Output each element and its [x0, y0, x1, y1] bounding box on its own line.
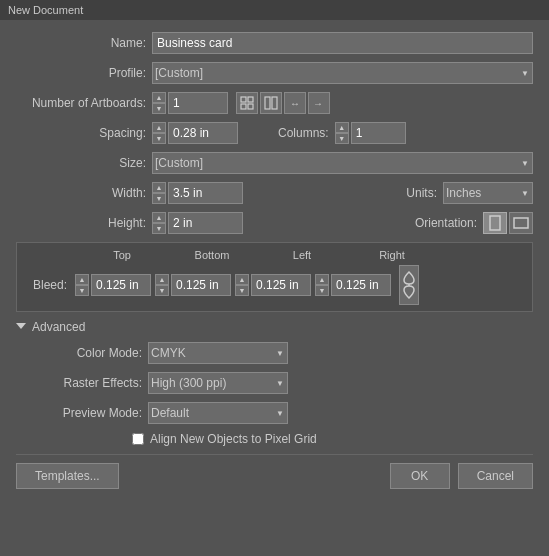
size-row: Size: [Custom]LetterLegalTabloidA4A3Busi… [16, 152, 533, 174]
align-checkbox-label: Align New Objects to Pixel Grid [150, 432, 317, 446]
bleed-top-arrows: ▲ ▼ [75, 274, 89, 296]
footer-right-buttons: OK Cancel [390, 463, 533, 489]
bleed-left-input[interactable] [251, 274, 311, 296]
svg-rect-1 [248, 97, 253, 102]
advanced-toggle[interactable]: Advanced [16, 320, 533, 334]
name-input[interactable] [152, 32, 533, 54]
bleed-top-input[interactable] [91, 274, 151, 296]
name-row: Name: [16, 32, 533, 54]
height-orientation-row: Height: ▲ ▼ Orientation: [16, 212, 533, 234]
height-spinner: ▲ ▼ [152, 212, 243, 234]
height-up-arrow[interactable]: ▲ [152, 212, 166, 223]
landscape-button[interactable] [509, 212, 533, 234]
profile-select-wrapper: [Custom]PrintWebMobileVideo and FilmBasi… [152, 62, 533, 84]
width-down-arrow[interactable]: ▼ [152, 193, 166, 204]
bleed-right-header: Right [357, 249, 427, 261]
color-mode-select[interactable]: CMYKRGB [148, 342, 288, 364]
size-select[interactable]: [Custom]LetterLegalTabloidA4A3Business C… [152, 152, 533, 174]
bleed-left-header: Left [267, 249, 337, 261]
columns-down-arrow[interactable]: ▼ [335, 133, 349, 144]
height-label: Height: [16, 216, 146, 230]
spacing-label: Spacing: [16, 126, 146, 140]
bleed-top-up[interactable]: ▲ [75, 274, 89, 285]
portrait-button[interactable] [483, 212, 507, 234]
name-label: Name: [16, 36, 146, 50]
orientation-buttons [483, 212, 533, 234]
width-label: Width: [16, 186, 146, 200]
spacing-up-arrow[interactable]: ▲ [152, 122, 166, 133]
width-units-row: Width: ▲ ▼ Units: InchesMillimetersCenti… [16, 182, 533, 204]
svg-rect-0 [241, 97, 246, 102]
raster-select-wrapper: High (300 ppi)Medium (150 ppi)Low (72 pp… [148, 372, 288, 394]
columns-up-arrow[interactable]: ▲ [335, 122, 349, 133]
new-document-dialog: Name: Profile: [Custom]PrintWebMobileVid… [0, 20, 549, 501]
spacing-input[interactable] [168, 122, 238, 144]
bleed-row-label: Bleed: [27, 278, 67, 292]
bleed-right-down[interactable]: ▼ [315, 285, 329, 296]
preview-mode-label: Preview Mode: [32, 406, 142, 420]
bleed-top-down[interactable]: ▼ [75, 285, 89, 296]
artboard-layout-icons: ↔ → [236, 92, 330, 114]
size-select-wrapper: [Custom]LetterLegalTabloidA4A3Business C… [152, 152, 533, 174]
profile-select[interactable]: [Custom]PrintWebMobileVideo and FilmBasi… [152, 62, 533, 84]
preview-mode-select[interactable]: DefaultPixelOverprint [148, 402, 288, 424]
size-label: Size: [16, 156, 146, 170]
columns-input[interactable] [351, 122, 406, 144]
raster-effects-select[interactable]: High (300 ppi)Medium (150 ppi)Low (72 pp… [148, 372, 288, 394]
right-to-left-icon[interactable]: → [308, 92, 330, 114]
artboards-label: Number of Artboards: [16, 96, 146, 110]
bleed-bottom-up[interactable]: ▲ [155, 274, 169, 285]
bleed-top-header: Top [87, 249, 157, 261]
width-spinner: ▲ ▼ [152, 182, 243, 204]
color-mode-select-wrapper: CMYKRGB [148, 342, 288, 364]
profile-row: Profile: [Custom]PrintWebMobileVideo and… [16, 62, 533, 84]
svg-rect-9 [514, 218, 528, 228]
templates-button[interactable]: Templates... [16, 463, 119, 489]
orientation-label: Orientation: [415, 216, 477, 230]
columns-spinner: ▲ ▼ [335, 122, 406, 144]
advanced-section: Advanced Color Mode: CMYKRGB Raster Effe… [16, 320, 533, 446]
svg-text:↔: ↔ [290, 98, 300, 109]
advanced-content: Color Mode: CMYKRGB Raster Effects: High… [16, 342, 533, 446]
width-arrows: ▲ ▼ [152, 182, 166, 204]
artboards-spinner: ▲ ▼ [152, 92, 228, 114]
svg-rect-3 [248, 104, 253, 109]
bleed-header: Top Bottom Left Right [27, 249, 522, 261]
spacing-arrows: ▲ ▼ [152, 122, 166, 144]
height-input[interactable] [168, 212, 243, 234]
bleed-bottom-input[interactable] [171, 274, 231, 296]
ok-button[interactable]: OK [390, 463, 450, 489]
height-down-arrow[interactable]: ▼ [152, 223, 166, 234]
preview-mode-row: Preview Mode: DefaultPixelOverprint [32, 402, 533, 424]
color-mode-label: Color Mode: [32, 346, 142, 360]
align-checkbox-row: Align New Objects to Pixel Grid [132, 432, 533, 446]
width-input[interactable] [168, 182, 243, 204]
height-group: Height: ▲ ▼ [16, 212, 243, 234]
artboards-input[interactable] [168, 92, 228, 114]
raster-effects-label: Raster Effects: [32, 376, 142, 390]
spacing-down-arrow[interactable]: ▼ [152, 133, 166, 144]
bleed-bottom-arrows: ▲ ▼ [155, 274, 169, 296]
align-checkbox[interactable] [132, 433, 144, 445]
cancel-button[interactable]: Cancel [458, 463, 533, 489]
svg-rect-2 [241, 104, 246, 109]
bleed-left-down[interactable]: ▼ [235, 285, 249, 296]
grid-col-icon[interactable] [260, 92, 282, 114]
bleed-chain-button[interactable] [399, 265, 419, 305]
color-mode-row: Color Mode: CMYKRGB [32, 342, 533, 364]
move-artboard-icon[interactable]: ↔ [284, 92, 306, 114]
width-up-arrow[interactable]: ▲ [152, 182, 166, 193]
artboards-down-arrow[interactable]: ▼ [152, 103, 166, 114]
preview-select-wrapper: DefaultPixelOverprint [148, 402, 288, 424]
bleed-left-up[interactable]: ▲ [235, 274, 249, 285]
units-group: Units: InchesMillimetersCentimetersPoint… [386, 182, 533, 204]
units-select[interactable]: InchesMillimetersCentimetersPointsPicasP… [443, 182, 533, 204]
bleed-right-spinner: ▲ ▼ [315, 274, 391, 296]
bleed-right-input[interactable] [331, 274, 391, 296]
grid-row-icon[interactable] [236, 92, 258, 114]
bleed-bottom-down[interactable]: ▼ [155, 285, 169, 296]
artboards-up-arrow[interactable]: ▲ [152, 92, 166, 103]
spacing-columns-row: Spacing: ▲ ▼ Columns: ▲ ▼ [16, 122, 533, 144]
bleed-right-up[interactable]: ▲ [315, 274, 329, 285]
artboards-arrows: ▲ ▼ [152, 92, 166, 114]
